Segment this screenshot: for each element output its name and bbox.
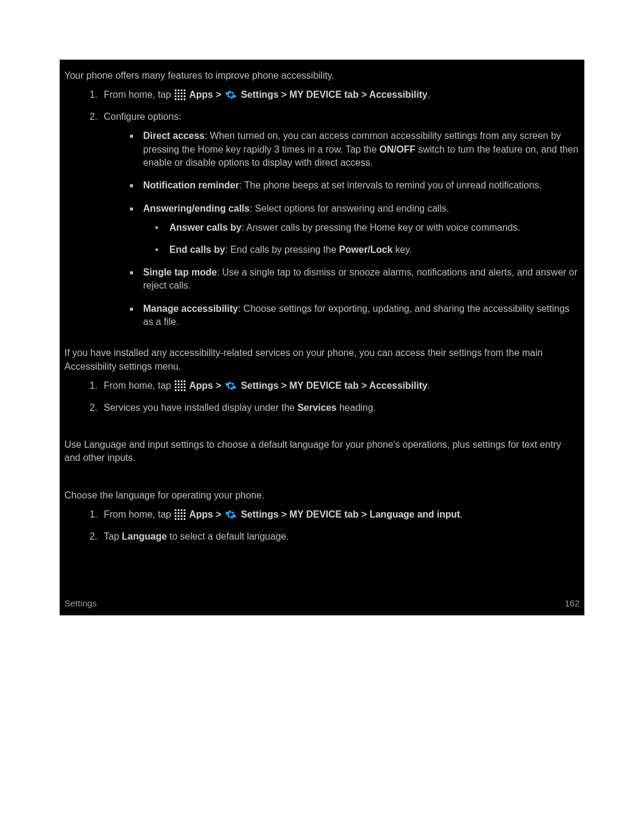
- services-intro-text: If you have installed any accessibility-…: [64, 346, 580, 373]
- mydevice-tab: > MY DEVICE tab >: [278, 380, 369, 391]
- end-calls-by-label: End calls by: [169, 244, 225, 255]
- language-input-label: Language and input: [370, 509, 460, 519]
- svg-rect-10: [181, 95, 182, 97]
- svg-rect-46: [181, 518, 182, 520]
- accessibility-label: Accessibility: [369, 380, 428, 391]
- end-calls-by-text-1: : End calls by pressing the: [225, 244, 339, 255]
- svg-rect-16: [175, 380, 177, 382]
- svg-rect-5: [178, 92, 179, 94]
- svg-rect-22: [181, 383, 182, 385]
- settings-label: Settings: [238, 380, 278, 391]
- services-step2-a: Services you have installed display unde…: [104, 402, 298, 413]
- svg-rect-38: [181, 512, 182, 514]
- period: .: [460, 509, 463, 519]
- configure-options-list: Direct access: When turned on, you can a…: [128, 129, 580, 329]
- single-tap-label: Single tap mode: [143, 267, 217, 277]
- onoff-label: ON/OFF: [379, 144, 415, 154]
- svg-rect-15: [184, 98, 185, 100]
- svg-rect-47: [184, 518, 185, 520]
- footer-section: Settings: [64, 597, 97, 609]
- svg-rect-28: [175, 389, 177, 391]
- svg-rect-2: [181, 89, 182, 91]
- configure-options-text: Configure options:: [104, 112, 181, 122]
- list-item: Configure options: Direct access: When t…: [100, 110, 580, 329]
- sep: >: [213, 89, 224, 100]
- list-item: Tap Language to select a default languag…: [100, 530, 580, 543]
- answer-end-sublist: Answer calls by: Answer calls by pressin…: [155, 221, 580, 256]
- services-step2-b: heading.: [336, 402, 376, 413]
- language-subhead: Choose the language for operating your p…: [64, 489, 580, 502]
- svg-rect-45: [178, 518, 179, 520]
- sep: >: [213, 509, 224, 519]
- list-item: End calls by: End calls by pressing the …: [155, 243, 580, 256]
- svg-rect-42: [181, 515, 182, 517]
- list-item: Answering/ending calls: Select options f…: [140, 202, 580, 256]
- list-item: Direct access: When turned on, you can a…: [140, 129, 580, 169]
- apps-label: Apps: [187, 380, 213, 391]
- sep: >: [213, 380, 224, 391]
- powerlock-label: Power/Lock: [339, 244, 393, 255]
- svg-rect-21: [178, 383, 179, 385]
- page-number: 162: [565, 597, 580, 609]
- settings-label: Settings: [238, 509, 278, 519]
- language-word: Language: [122, 531, 167, 541]
- from-home-text: From home, tap: [104, 509, 171, 519]
- apps-icon: [175, 509, 185, 520]
- intro-text: Your phone offers many features to impro…: [64, 69, 580, 82]
- apps-label: Apps: [187, 509, 213, 519]
- svg-rect-25: [178, 386, 179, 388]
- svg-rect-13: [178, 98, 179, 100]
- svg-rect-37: [178, 512, 179, 514]
- mydevice-tab: > MY DEVICE tab >: [278, 89, 369, 100]
- svg-rect-29: [178, 389, 179, 391]
- svg-rect-11: [184, 95, 185, 97]
- page-footer: Settings 162: [60, 597, 584, 609]
- accessibility-steps: From home, tap Apps > Settings > MY DEVI…: [88, 88, 580, 329]
- svg-rect-7: [184, 92, 185, 94]
- svg-rect-8: [175, 95, 177, 97]
- settings-label: Settings: [238, 89, 278, 100]
- svg-rect-3: [184, 89, 185, 91]
- settings-icon: [225, 89, 237, 101]
- svg-rect-23: [184, 383, 185, 385]
- svg-rect-32: [175, 509, 177, 511]
- svg-rect-41: [178, 515, 179, 517]
- apps-label: Apps: [187, 89, 213, 100]
- services-steps: From home, tap Apps > Settings > MY DEVI…: [88, 379, 580, 414]
- mydevice-tab: > MY DEVICE tab >: [278, 509, 370, 519]
- svg-rect-17: [178, 380, 179, 382]
- svg-rect-12: [175, 98, 177, 100]
- list-item: Services you have installed display unde…: [100, 401, 580, 414]
- svg-rect-4: [175, 92, 177, 94]
- answering-ending-label: Answering/ending calls: [143, 203, 250, 213]
- apps-icon: [175, 89, 185, 100]
- svg-rect-9: [178, 95, 179, 97]
- page-content: Your phone offers many features to impro…: [60, 69, 584, 543]
- period: .: [428, 89, 430, 100]
- list-item: Answer calls by: Answer calls by pressin…: [155, 221, 580, 234]
- svg-rect-14: [181, 98, 182, 100]
- svg-rect-36: [175, 512, 177, 514]
- period: .: [428, 380, 430, 391]
- svg-rect-0: [175, 89, 177, 91]
- end-calls-by-text-2: key.: [392, 244, 412, 255]
- svg-rect-39: [184, 512, 185, 514]
- answer-calls-by-label: Answer calls by: [169, 222, 242, 233]
- svg-rect-27: [184, 386, 185, 388]
- notification-reminder-label: Notification reminder: [143, 180, 239, 190]
- svg-rect-19: [184, 380, 185, 382]
- document-page: Your phone offers many features to impro…: [60, 60, 584, 615]
- svg-rect-40: [175, 515, 177, 517]
- settings-icon: [225, 509, 237, 521]
- list-item: Manage accessibility: Choose settings fo…: [140, 302, 580, 329]
- notification-reminder-text: : The phone beeps at set intervals to re…: [239, 180, 542, 190]
- svg-rect-35: [184, 509, 185, 511]
- svg-rect-34: [181, 509, 182, 511]
- svg-rect-6: [181, 92, 182, 94]
- language-intro-text: Use Language and input settings to choos…: [64, 438, 580, 465]
- list-item: Notification reminder: The phone beeps a…: [140, 179, 580, 192]
- svg-rect-20: [175, 383, 177, 385]
- answering-ending-text: : Select options for answering and endin…: [250, 203, 449, 213]
- list-item: From home, tap Apps > Settings > MY DEVI…: [100, 379, 580, 392]
- settings-icon: [225, 380, 237, 392]
